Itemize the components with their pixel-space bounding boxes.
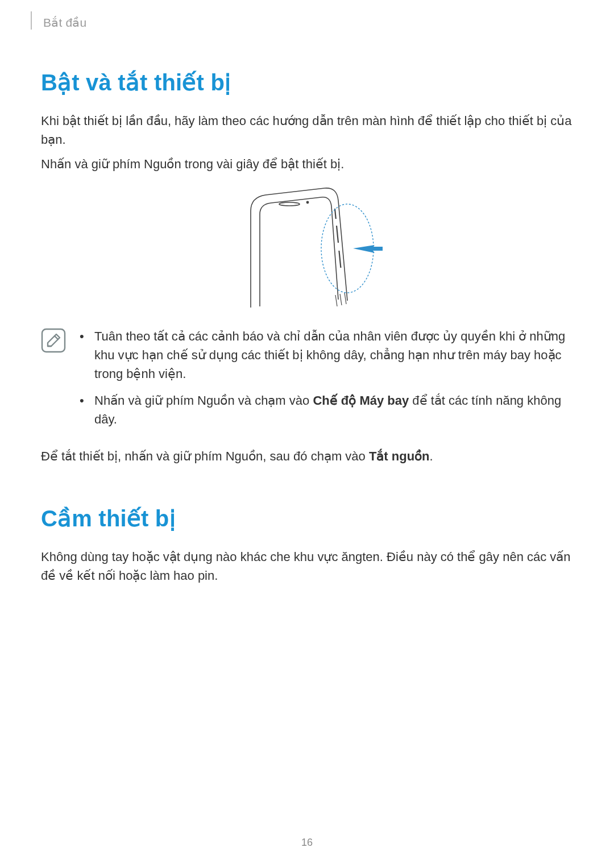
paragraph-power-on: Nhấn và giữ phím Nguồn trong vài giây để… xyxy=(41,155,573,173)
note-item-warning: Tuân theo tất cả các cảnh báo và chỉ dẫn… xyxy=(80,327,573,383)
arrow-icon xyxy=(353,245,383,253)
text-suffix: . xyxy=(430,449,433,463)
note-text: Tuân theo tất cả các cảnh báo và chỉ dẫn… xyxy=(94,329,565,381)
svg-point-0 xyxy=(279,202,300,206)
section-title-power: Bật và tắt thiết bị xyxy=(41,69,573,95)
svg-point-1 xyxy=(306,201,309,204)
breadcrumb: Bắt đầu xyxy=(43,16,573,30)
figure-container xyxy=(41,186,573,311)
svg-rect-6 xyxy=(371,247,383,251)
svg-line-2 xyxy=(335,209,336,219)
paragraph-power-off: Để tắt thiết bị, nhấn và giữ phím Nguồn,… xyxy=(41,447,573,466)
document-page: Bắt đầu Bật và tắt thiết bị Khi bật thiế… xyxy=(0,0,614,868)
svg-rect-7 xyxy=(42,329,65,352)
page-number: 16 xyxy=(0,837,614,849)
paragraph-antenna: Không dùng tay hoặc vật dụng nào khác ch… xyxy=(41,547,573,585)
paragraph-intro: Khi bật thiết bị lần đầu, hãy làm theo c… xyxy=(41,111,573,149)
note-block: Tuân theo tất cả các cảnh báo và chỉ dẫn… xyxy=(41,327,573,437)
header-divider xyxy=(31,11,32,30)
note-list: Tuân theo tất cả các cảnh báo và chỉ dẫn… xyxy=(80,327,573,437)
text-bold: Tắt nguồn xyxy=(369,449,430,463)
note-item-airplane: Nhấn và giữ phím Nguồn và chạm vào Chế đ… xyxy=(80,391,573,429)
note-text-bold: Chế độ Máy bay xyxy=(313,393,409,408)
note-text-prefix: Nhấn và giữ phím Nguồn và chạm vào xyxy=(94,393,313,408)
svg-line-4 xyxy=(339,251,341,268)
note-pencil-icon xyxy=(41,328,66,355)
phone-power-button-illustration xyxy=(225,186,389,311)
svg-line-3 xyxy=(337,226,338,243)
section-title-hold: Cầm thiết bị xyxy=(41,505,573,531)
text-prefix: Để tắt thiết bị, nhấn và giữ phím Nguồn,… xyxy=(41,449,369,463)
